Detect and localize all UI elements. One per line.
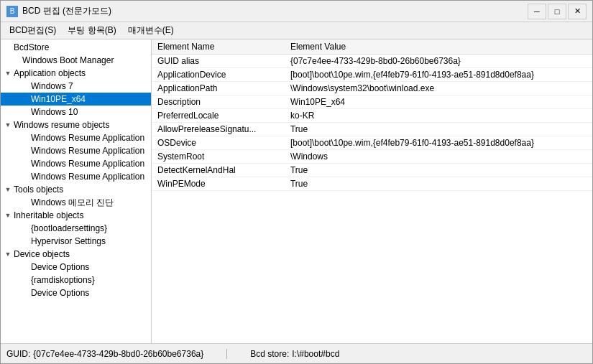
menu-bcdedit[interactable]: BCD편집(S) <box>4 23 62 38</box>
table-row[interactable]: ApplicationDevice[boot]\boot\10pe.wim,{e… <box>152 68 592 82</box>
tree-label-ramdisk: {ramdiskoptions} <box>31 275 95 285</box>
tree-label-devopt2: Device Options <box>31 288 89 298</box>
tree-label-inhobj: Inheritable objects <box>14 210 83 220</box>
menu-params[interactable]: 매개변수(E) <box>122 23 180 38</box>
expand-icon-devopt2 <box>21 289 29 297</box>
tree-item-win7[interactable]: Windows 7 <box>1 80 151 93</box>
tree-item-hypervisor[interactable]: Hypervisor Settings <box>1 235 151 248</box>
table-header-row: Element Name Element Value <box>152 39 592 55</box>
tree-item-winbootmgr[interactable]: Windows Boot Manager <box>1 54 151 67</box>
table-row[interactable]: WinPEModeTrue <box>152 177 592 191</box>
close-button[interactable]: ✕ <box>568 4 587 19</box>
expand-icon-ramdisk <box>21 276 29 284</box>
bcdstore-status: Bcd store: I:\#boot#bcd <box>250 349 339 359</box>
cell-name-6: OSDevice <box>152 136 285 150</box>
tree-panel: BcdStoreWindows Boot Manager▼Application… <box>1 39 152 343</box>
tree-item-devopt2[interactable]: Device Options <box>1 286 151 299</box>
expand-icon-win10 <box>21 108 29 116</box>
tree-label-win10: Windows 10 <box>31 107 78 117</box>
cell-value-4: ko-KR <box>285 109 592 123</box>
cell-name-3: Description <box>152 95 285 109</box>
bcdstore-value: I:\#boot#bcd <box>292 349 339 359</box>
tree-label-wra3: Windows Resume Application <box>31 159 144 169</box>
tree-label-hypervisor: Hypervisor Settings <box>31 236 106 246</box>
expand-icon-wra2 <box>21 146 29 155</box>
app-icon: B <box>6 6 18 17</box>
tree-item-winmem[interactable]: Windows 메모리 진단 <box>1 196 151 209</box>
status-divider <box>226 349 227 359</box>
title-bar-left: B BCD 편집 (전문가모드) <box>6 5 111 17</box>
tree-label-appobjects: Application objects <box>14 68 86 78</box>
guid-status: GUID: {07c7e4ee-4733-429b-8bd0-26b60be67… <box>6 349 203 359</box>
expand-icon-resobj: ▼ <box>4 121 12 129</box>
expand-icon-hypervisor <box>21 237 29 246</box>
table-row[interactable]: ApplicationPath\Windows\system32\boot\wi… <box>152 82 592 95</box>
tree-item-wra2[interactable]: Windows Resume Application <box>1 144 151 157</box>
tree-label-resobj: Windows resume objects <box>14 120 109 130</box>
cell-value-2: \Windows\system32\boot\winload.exe <box>285 82 592 95</box>
expand-icon-bcdstoree <box>4 43 12 52</box>
guid-value: {07c7e4ee-4733-429b-8bd0-26b60be6736a} <box>33 349 203 359</box>
tree-item-inhobj[interactable]: ▼Inheritable objects <box>1 209 151 222</box>
expand-icon-wra4 <box>21 172 29 181</box>
expand-icon-appobjects: ▼ <box>4 69 12 78</box>
window-title: BCD 편집 (전문가모드) <box>22 5 111 17</box>
tree-item-wra1[interactable]: Windows Resume Application <box>1 131 151 144</box>
tree-item-devopt1[interactable]: Device Options <box>1 261 151 274</box>
tree-item-resobj[interactable]: ▼Windows resume objects <box>1 118 151 131</box>
expand-icon-devopt1 <box>21 263 29 271</box>
right-panel: Element Name Element Value GUID alias{07… <box>152 39 592 343</box>
tree-label-wra1: Windows Resume Application <box>31 133 144 143</box>
cell-value-0: {07c7e4ee-4733-429b-8bd0-26b60be6736a} <box>285 55 592 68</box>
tree-label-winmem: Windows 메모리 진단 <box>31 197 114 209</box>
cell-value-9: True <box>285 177 592 191</box>
title-bar: B BCD 편집 (전문가모드) ─ □ ✕ <box>1 1 592 22</box>
table-row[interactable]: SystemRoot\Windows <box>152 150 592 164</box>
bcdstore-label: Bcd store: <box>250 349 289 359</box>
cell-value-1: [boot]\boot\10pe.wim,{ef4feb79-61f0-4193… <box>285 68 592 82</box>
cell-name-5: AllowPrereleaseSignatu... <box>152 123 285 136</box>
table-row[interactable]: PreferredLocaleko-KR <box>152 109 592 123</box>
tree-item-wra3[interactable]: Windows Resume Application <box>1 157 151 170</box>
tree-label-wra4: Windows Resume Application <box>31 172 144 182</box>
cell-value-3: Win10PE_x64 <box>285 95 592 109</box>
tree-item-toolobj[interactable]: ▼Tools objects <box>1 183 151 196</box>
tree-item-wra4[interactable]: Windows Resume Application <box>1 170 151 183</box>
expand-icon-bootset <box>21 224 29 233</box>
expand-icon-winbootmgr <box>12 56 21 65</box>
cell-value-6: [boot]\boot\10pe.wim,{ef4feb79-61f0-4193… <box>285 136 592 150</box>
cell-value-5: True <box>285 123 592 136</box>
table-row[interactable]: OSDevice[boot]\boot\10pe.wim,{ef4feb79-6… <box>152 136 592 150</box>
cell-name-4: PreferredLocale <box>152 109 285 123</box>
properties-table: Element Name Element Value GUID alias{07… <box>152 39 592 191</box>
data-table: Element Name Element Value GUID alias{07… <box>152 39 592 343</box>
tree-label-win10pe: Win10PE_x64 <box>31 94 86 104</box>
main-content: BcdStoreWindows Boot Manager▼Application… <box>1 39 592 343</box>
tree-item-bcdstoree[interactable]: BcdStore <box>1 41 151 54</box>
expand-icon-wra1 <box>21 134 29 142</box>
status-bar: GUID: {07c7e4ee-4733-429b-8bd0-26b60be67… <box>1 343 592 363</box>
menu-bar: BCD편집(S) 부팅 항목(B) 매개변수(E) <box>1 22 592 39</box>
expand-icon-win7 <box>21 82 29 90</box>
cell-name-2: ApplicationPath <box>152 82 285 95</box>
table-row[interactable]: DescriptionWin10PE_x64 <box>152 95 592 109</box>
minimize-button[interactable]: ─ <box>528 4 546 19</box>
tree-item-win10[interactable]: Windows 10 <box>1 106 151 118</box>
cell-name-7: SystemRoot <box>152 150 285 164</box>
tree-item-devobj[interactable]: ▼Device objects <box>1 248 151 261</box>
tree-item-bootset[interactable]: {bootloadersettings} <box>1 222 151 235</box>
table-row[interactable]: GUID alias{07c7e4ee-4733-429b-8bd0-26b60… <box>152 55 592 68</box>
expand-icon-devobj: ▼ <box>4 250 12 258</box>
table-row[interactable]: DetectKernelAndHalTrue <box>152 164 592 177</box>
expand-icon-wra3 <box>21 159 29 168</box>
tree-label-devopt1: Device Options <box>31 262 89 272</box>
menu-boot[interactable]: 부팅 항목(B) <box>62 23 121 38</box>
tree-label-winbootmgr: Windows Boot Manager <box>22 55 114 65</box>
expand-icon-win10pe <box>21 95 29 103</box>
tree-item-ramdisk[interactable]: {ramdiskoptions} <box>1 274 151 286</box>
expand-icon-winmem <box>21 198 29 207</box>
tree-item-appobjects[interactable]: ▼Application objects <box>1 67 151 80</box>
table-row[interactable]: AllowPrereleaseSignatu...True <box>152 123 592 136</box>
maximize-button[interactable]: □ <box>548 4 566 19</box>
tree-item-win10pe[interactable]: Win10PE_x64 <box>1 93 151 106</box>
